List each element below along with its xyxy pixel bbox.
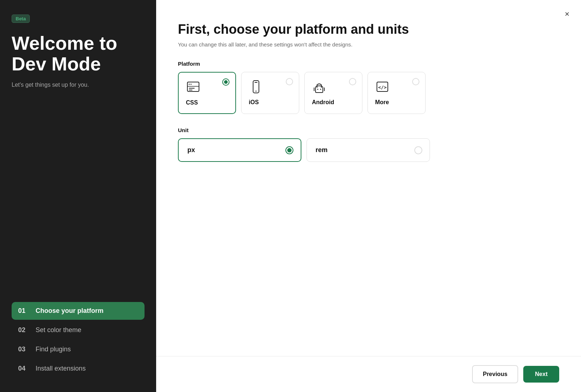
svg-rect-3 [187,86,199,87]
platform-name-android: Android [312,99,334,106]
close-button[interactable]: × [563,9,571,20]
ios-icon [249,79,263,94]
radio-android [349,78,356,85]
step-item-1[interactable]: 01 Choose your platform [12,302,145,320]
welcome-title: Welcome to Dev Mode [12,33,145,74]
android-icon [312,79,326,94]
step-number-3: 03 [18,346,29,353]
welcome-subtitle: Let's get things set up for you. [12,82,145,88]
svg-rect-4 [189,88,195,89]
svg-point-1 [189,84,190,85]
step-item-3[interactable]: 03 Find plugins [12,340,145,358]
platform-card-android[interactable]: Android [304,72,362,114]
unit-card-px[interactable]: px [178,138,301,162]
svg-point-10 [320,89,321,90]
step-label-2: Set color theme [36,326,81,334]
footer: Previous Next [156,356,581,392]
svg-text:</>: </> [378,85,387,90]
page-subtitle: You can change this all later, and these… [178,41,559,48]
page-title: First, choose your platform and units [178,22,559,37]
next-button[interactable]: Next [523,366,559,383]
step-item-4[interactable]: 04 Install extensions [12,360,145,377]
radio-px [285,146,293,154]
unit-label-px: px [187,146,195,154]
radio-css [222,78,229,86]
steps-nav: 01 Choose your platform 02 Set color the… [12,302,145,377]
step-item-2[interactable]: 02 Set color theme [12,321,145,339]
step-number-4: 04 [18,365,29,372]
unit-grid: px rem [178,138,559,162]
platform-name-more: More [375,99,389,106]
platform-name-css: CSS [186,99,198,106]
beta-badge: Beta [12,15,30,23]
step-label-4: Install extensions [36,365,86,372]
step-number-2: 02 [18,326,29,334]
svg-rect-5 [189,90,192,90]
step-label-1: Choose your platform [36,307,103,315]
step-number-1: 01 [18,307,29,315]
step-label-3: Find plugins [36,346,71,353]
radio-more [412,78,419,85]
unit-section-label: Unit [178,127,559,133]
platform-card-ios[interactable]: iOS [241,72,299,114]
content-area: First, choose your platform and units Yo… [156,0,581,356]
css-icon [186,80,200,94]
previous-button[interactable]: Previous [472,365,519,383]
right-panel: × First, choose your platform and units … [156,0,581,392]
platform-card-css[interactable]: CSS [178,72,236,114]
radio-rem [414,146,422,154]
svg-point-2 [191,84,192,85]
left-panel: Beta Welcome to Dev Mode Let's get thing… [0,0,156,392]
unit-card-rem[interactable]: rem [306,138,430,162]
svg-point-8 [256,91,257,92]
platform-card-more[interactable]: </> More [367,72,426,114]
svg-point-9 [317,89,318,90]
more-icon: </> [375,79,390,94]
unit-label-rem: rem [316,146,328,154]
platform-grid: CSS iOS [178,72,559,114]
platform-section-label: Platform [178,61,559,67]
platform-name-ios: iOS [249,99,259,106]
radio-ios [286,78,293,85]
